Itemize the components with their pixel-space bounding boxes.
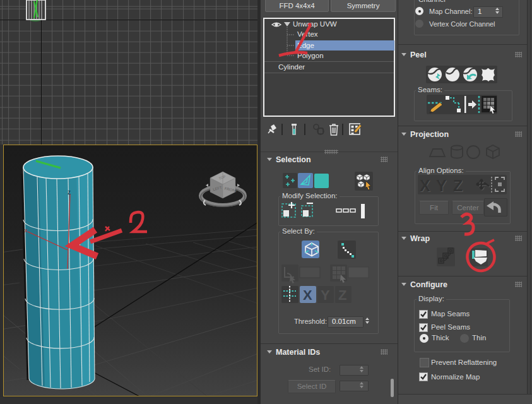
svg-text:Z: Z: [453, 177, 463, 194]
svg-text:Y: Y: [321, 287, 330, 303]
svg-text:X: X: [420, 177, 430, 194]
svg-text:X: X: [303, 287, 312, 303]
svg-text:Y: Y: [436, 177, 447, 194]
svg-text:Z: Z: [338, 287, 346, 303]
svg-text:x: x: [25, 227, 28, 234]
svg-text:z: z: [68, 189, 71, 196]
